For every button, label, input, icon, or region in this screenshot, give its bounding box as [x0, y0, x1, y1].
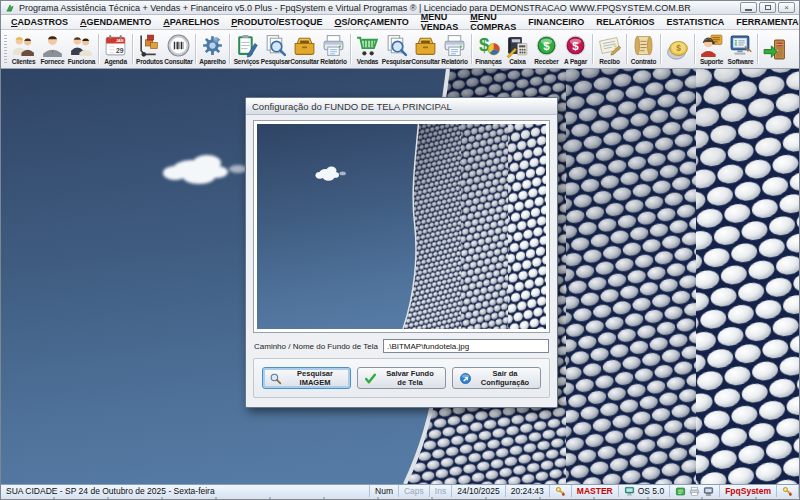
- search-docs-icon: [263, 33, 288, 58]
- toolbar-button-pesquisar[interactable]: Pesquisar: [261, 31, 290, 67]
- restore-button[interactable]: [759, 2, 776, 13]
- menu-item-produto-estoque[interactable]: PRODUTO/ESTOQUE: [225, 16, 328, 28]
- wallpaper-preview: [253, 120, 550, 333]
- menu-bar: CADASTROSAGENDAMENTOAPARELHOSPRODUTO/EST…: [1, 15, 799, 30]
- status-num: Num: [370, 485, 399, 497]
- toolbar-button-label: Consultar: [411, 58, 440, 66]
- toolbar-button-label: Agenda: [104, 58, 127, 66]
- calendar-icon: JAN29: [103, 33, 128, 58]
- coin-icon: $: [665, 37, 690, 62]
- drawer-icon: [413, 33, 438, 58]
- toolbar-separator: [694, 34, 695, 64]
- printer-icon: [321, 33, 346, 58]
- toolbar-button-consultar[interactable]: Consultar: [290, 31, 319, 67]
- menu-item-estatistica[interactable]: ESTATISTICA: [661, 16, 731, 28]
- toolbar-separator: [98, 34, 99, 64]
- toolbar-button-servicos[interactable]: Serviços: [232, 31, 261, 67]
- toolbar-button-recibo[interactable]: $Recibo: [595, 31, 624, 67]
- toolbar-button-label: Pesquisar: [261, 58, 290, 66]
- status-date-label: 24/10/2025: [457, 486, 500, 496]
- computer-icon: [624, 486, 635, 497]
- svg-text:$: $: [676, 43, 681, 53]
- toolbar-button-aparelho[interactable]: Aparelho: [198, 31, 227, 67]
- toolbar-button-fornece[interactable]: Fornece: [38, 31, 67, 67]
- close-button[interactable]: ×: [778, 2, 795, 13]
- menu-item-os-orcamento[interactable]: OS/ORÇAMENTO: [328, 16, 414, 28]
- toolbar-button-caixa[interactable]: Caixa: [503, 31, 532, 67]
- monitor-icon: [703, 486, 714, 497]
- toolbar-separator: [592, 34, 593, 64]
- toolbar-button-consultar[interactable]: Consultar: [164, 31, 193, 67]
- sales-cart-icon: [355, 33, 380, 58]
- status-devices: [670, 485, 720, 497]
- toolbar-button-funciona[interactable]: Funciona: [67, 31, 96, 67]
- supplier-icon: [40, 33, 65, 58]
- minimize-button[interactable]: [740, 2, 757, 13]
- toolbar-button-relatorio[interactable]: Relatório: [440, 31, 469, 67]
- status-os: OS 5.0: [619, 485, 670, 497]
- toolbar-button-label: Produtos: [136, 58, 163, 66]
- device-icon: [200, 33, 225, 58]
- toolbar-button-label: Pesquisar: [382, 58, 411, 66]
- toolbar-button-coin-icon[interactable]: $: [663, 31, 692, 67]
- toolbar-button-financas[interactable]: $Finanças: [474, 31, 503, 67]
- toolbar-button-label: Serviços: [234, 58, 260, 66]
- finance-icon: $: [476, 33, 501, 58]
- svg-text:JAN: JAN: [116, 39, 124, 43]
- svg-text:EXIT: EXIT: [777, 43, 783, 45]
- toolbar-button-label: Software: [728, 58, 754, 66]
- application-window: Programa Assistência Técnica + Vendas + …: [0, 0, 800, 500]
- toolbar-button-contrato[interactable]: Contrato: [629, 31, 658, 67]
- pay-icon: $: [563, 33, 588, 58]
- toolbar-button-receber[interactable]: $Receber: [532, 31, 561, 67]
- dialog-title-bar[interactable]: Configuração do FUNDO DE TELA PRINCIPAL: [246, 98, 557, 115]
- toolbar-button-vendas[interactable]: Vendas: [353, 31, 382, 67]
- toolbar-separator: [195, 34, 196, 64]
- status-time: 20:24:43: [506, 485, 550, 497]
- background-path-input[interactable]: [383, 339, 549, 353]
- pesquisar-imagem-button[interactable]: Pesquisar IMAGEM: [262, 367, 351, 389]
- toolbar-button-label: Relatório: [441, 58, 467, 66]
- toolbar-separator: [132, 34, 133, 64]
- menu-item-ferramentas[interactable]: FERRAMENTAS: [730, 16, 800, 28]
- toolbar-separator: [660, 34, 661, 64]
- toolbar-button-label: Caixa: [509, 58, 525, 66]
- menu-item-aparelhos[interactable]: APARELHOS: [157, 16, 225, 28]
- toolbar-button-label: A Pagar: [564, 58, 587, 66]
- dialog-button-label: Pesquisar IMAGEM: [286, 369, 344, 387]
- toolbar-button-exit-door-icon[interactable]: EXIT: [760, 31, 789, 67]
- keys-icon: [782, 486, 793, 497]
- toolbar-button-agenda[interactable]: JAN29Agenda: [101, 31, 130, 67]
- contract-icon: [631, 33, 656, 58]
- toolbar-button-label: Aparelho: [199, 58, 226, 66]
- menu-item-cadastros[interactable]: CADASTROS: [5, 16, 74, 28]
- toolbar-button-consultar[interactable]: Consultar: [411, 31, 440, 67]
- status-date: 24/10/2025: [452, 485, 506, 497]
- status-user-label: MASTER: [577, 486, 613, 496]
- toolbar-button-suporte[interactable]: Suporte: [697, 31, 726, 67]
- toolbar-button-produtos[interactable]: Produtos: [135, 31, 164, 67]
- toolbar-separator: [757, 34, 758, 64]
- menu-item-relatorios[interactable]: RELATÓRIOS: [590, 16, 660, 28]
- cashbook-icon: [505, 33, 530, 58]
- toolbar-button-label: Relatório: [320, 58, 346, 66]
- status-caps-label: Caps: [404, 486, 424, 496]
- svg-text:$: $: [543, 40, 550, 52]
- toolbar-button-pesquisar[interactable]: Pesquisar: [382, 31, 411, 67]
- status-location-date: SUA CIDADE - SP 24 de Outubro de 2025 - …: [1, 485, 370, 497]
- toolbar-button-software[interactable]: Software: [726, 31, 755, 67]
- status-ins: Ins: [430, 485, 452, 497]
- support-icon: [699, 33, 724, 58]
- search-docs-icon: [384, 33, 409, 58]
- salvar-fundo-de-tela-button[interactable]: Salvar Fundo de Tela: [357, 367, 446, 389]
- exit-circle-icon: [459, 372, 472, 385]
- toolbar-button-relatorio[interactable]: Relatório: [319, 31, 348, 67]
- menu-item-agendamento[interactable]: AGENDAMENTO: [74, 16, 157, 28]
- sair-da-configuracao-button[interactable]: Sair da Configuração: [452, 367, 541, 389]
- service-order-icon: [234, 33, 259, 58]
- toolbar-button-a-pagar[interactable]: $A Pagar: [561, 31, 590, 67]
- toolbar-button-clientes[interactable]: Clientes: [9, 31, 38, 67]
- magnifier-icon: [269, 372, 282, 385]
- exit-door-icon: EXIT: [762, 37, 787, 62]
- menu-item-financeiro[interactable]: FINANCEIRO: [522, 16, 590, 28]
